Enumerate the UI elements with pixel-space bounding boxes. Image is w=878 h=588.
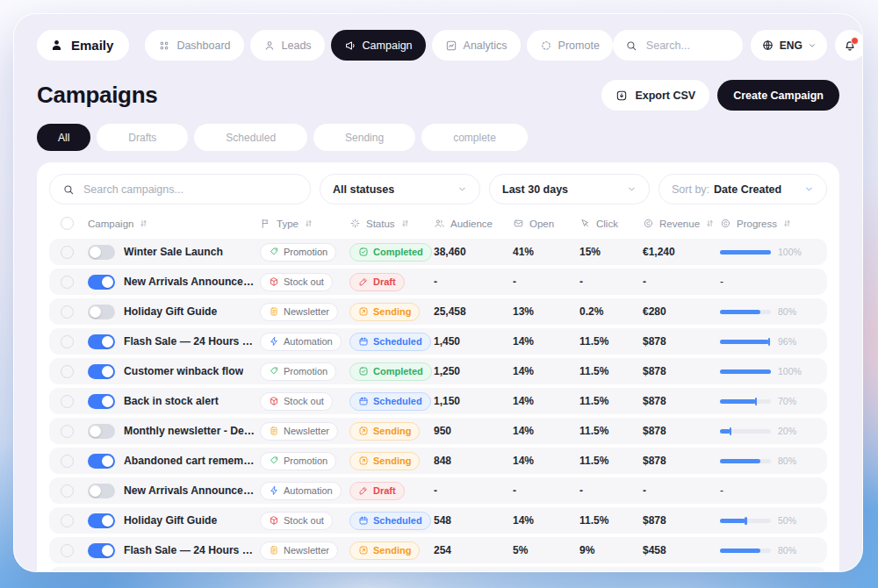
row-menu-button[interactable]: [804, 425, 820, 437]
campaign-name: Flash Sale — 24 Hours Only: [124, 544, 260, 556]
nav-item-leads[interactable]: Leads: [250, 30, 325, 61]
column-header-status[interactable]: Status: [349, 218, 434, 229]
global-search-input[interactable]: [644, 39, 730, 53]
create-campaign-button[interactable]: Create Campaign: [717, 80, 839, 111]
revenue-value: $878: [643, 365, 720, 377]
nav-item-promote[interactable]: Promote: [527, 30, 613, 61]
table-row: Flash Sale — 24 Hours Only Automation Sc…: [49, 328, 827, 355]
tab-all[interactable]: All: [37, 124, 90, 151]
campaign-toggle[interactable]: [88, 275, 115, 290]
grid-icon: [158, 39, 170, 52]
row-menu-button[interactable]: [803, 484, 819, 497]
row-menu-button[interactable]: [803, 276, 819, 288]
column-header-revenue[interactable]: Revenue: [643, 218, 720, 229]
row-checkbox[interactable]: [61, 484, 74, 498]
row-checkbox[interactable]: [61, 514, 74, 527]
campaign-search[interactable]: [49, 174, 311, 204]
click-rate-value: -: [579, 484, 643, 497]
row-menu-button[interactable]: [804, 514, 820, 527]
sort-icon: [705, 219, 715, 228]
nav-item-dashboard[interactable]: Dashboard: [145, 30, 243, 61]
click-rate-value: 11.5%: [579, 335, 643, 348]
open-rate-value: 14%: [513, 365, 579, 377]
table-row: New Arrivals Announcement Stock out Draf…: [49, 269, 827, 295]
notifications-button[interactable]: [835, 30, 863, 61]
column-label: Click: [596, 219, 618, 229]
column-label: Revenue: [659, 219, 700, 229]
tab-drafts[interactable]: Drafts: [97, 124, 188, 151]
table-row: Flash Sale — 24 Hours Only Newsletter Se…: [49, 537, 827, 563]
row-menu-button[interactable]: [804, 544, 820, 556]
row-menu-button[interactable]: [810, 365, 825, 377]
tab-complete[interactable]: complete: [421, 124, 528, 151]
campaign-toggle[interactable]: [88, 394, 115, 409]
row-checkbox[interactable]: [61, 305, 74, 319]
type-badge: Stock out: [260, 273, 333, 291]
audience-value: 548: [434, 514, 513, 527]
click-rate-value: 15%: [579, 246, 643, 258]
campaign-toggle[interactable]: [88, 245, 115, 260]
campaign-toggle[interactable]: [88, 543, 115, 558]
campaign-toggle[interactable]: [88, 334, 115, 349]
check-icon: [358, 366, 369, 376]
row-checkbox[interactable]: [61, 335, 74, 348]
row-checkbox[interactable]: [61, 365, 74, 378]
column-header-progress[interactable]: Progress: [720, 218, 795, 229]
date-filter-value: Last 30 days: [502, 183, 568, 196]
row-menu-button[interactable]: [804, 395, 820, 407]
open-rate-value: -: [513, 276, 579, 288]
column-header-type[interactable]: Type: [260, 218, 349, 229]
campaign-toggle[interactable]: [88, 454, 115, 469]
campaign-search-input[interactable]: [82, 183, 298, 197]
select-all-checkbox[interactable]: [61, 217, 74, 230]
language-selector[interactable]: ENG: [751, 30, 827, 61]
brand-logo[interactable]: Emaily: [37, 30, 129, 61]
column-label: Audience: [450, 219, 493, 229]
row-checkbox[interactable]: [61, 246, 74, 259]
notification-dot: [851, 37, 859, 45]
row-checkbox[interactable]: [61, 455, 74, 468]
box-icon: [269, 515, 279, 526]
status-badge: Scheduled: [349, 333, 431, 351]
audience-value: 848: [434, 455, 513, 467]
row-menu-button[interactable]: [804, 305, 820, 318]
row-menu-button[interactable]: [804, 335, 820, 348]
nav-item-campaign[interactable]: Campaign: [331, 30, 426, 61]
table-toolbar: All statuses Last 30 days Sort by:Date C…: [49, 174, 827, 204]
row-menu-button[interactable]: [804, 455, 820, 467]
campaign-toggle[interactable]: [88, 484, 115, 498]
chart-icon: [445, 39, 457, 52]
campaign-toggle[interactable]: [88, 305, 115, 319]
open-rate-value: 14%: [513, 514, 579, 527]
campaign-toggle[interactable]: [88, 364, 115, 379]
campaign-name: Monthly newsletter - Decem...: [124, 425, 260, 437]
topbar-right: ENG: [613, 30, 863, 61]
audience-value: -: [434, 484, 513, 497]
tab-scheduled[interactable]: Scheduled: [194, 124, 307, 151]
row-checkbox[interactable]: [61, 276, 74, 289]
progress-cell: 80%: [720, 455, 796, 466]
calendar-icon: [358, 396, 369, 406]
column-header-audience: Audience: [434, 218, 513, 229]
campaign-toggle[interactable]: [88, 424, 115, 439]
campaigns-table-card: All statuses Last 30 days Sort by:Date C…: [37, 162, 839, 572]
send-icon: [358, 426, 369, 436]
progress-cell: -: [720, 484, 795, 497]
global-search[interactable]: [613, 30, 743, 61]
progress-label: 50%: [778, 515, 796, 526]
row-checkbox[interactable]: [61, 425, 74, 438]
column-header-campaign[interactable]: Campaign: [88, 219, 260, 229]
row-checkbox[interactable]: [61, 395, 74, 408]
date-filter-select[interactable]: Last 30 days: [489, 174, 650, 204]
campaign-name: Abandoned cart remember: [124, 455, 260, 467]
bolt-icon: [269, 485, 279, 496]
sort-select[interactable]: Sort by:Date Created: [658, 174, 827, 204]
row-menu-button[interactable]: [810, 246, 825, 258]
nav-item-analytics[interactable]: Analytics: [432, 30, 521, 61]
revenue-value: $878: [643, 514, 720, 527]
tab-sending[interactable]: Sending: [313, 124, 415, 151]
status-filter-select[interactable]: All statuses: [320, 174, 480, 204]
export-csv-button[interactable]: Export CSV: [601, 80, 709, 111]
campaign-toggle[interactable]: [88, 513, 115, 528]
row-checkbox[interactable]: [61, 544, 74, 557]
